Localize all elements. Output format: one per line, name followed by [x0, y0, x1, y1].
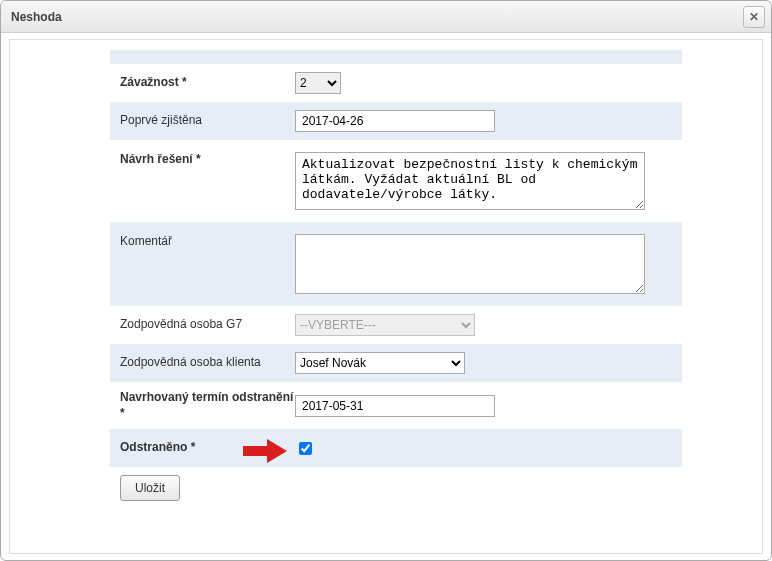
svg-marker-0	[243, 439, 287, 463]
cutoff-row-strip	[110, 50, 682, 64]
row-comment: Komentář	[110, 222, 682, 306]
form: Závažnost * 2 Poprvé zjištěna	[10, 40, 762, 529]
row-due-date: Navrhovaný termín odstranění *	[110, 382, 682, 429]
row-proposal: Návrh řešení *	[110, 140, 682, 222]
close-icon: ✕	[749, 10, 759, 24]
comment-textarea[interactable]	[295, 234, 645, 294]
label-proposal: Návrh řešení *	[120, 152, 295, 168]
resp-g7-select: --VYBERTE---	[295, 314, 475, 336]
label-resp-g7: Zodpovědná osoba G7	[120, 317, 295, 333]
row-severity: Závažnost * 2	[110, 64, 682, 102]
row-resp-client: Zodpovědná osoba klienta Josef Novák	[110, 344, 682, 382]
dialog-body: Závažnost * 2 Poprvé zjištěna	[1, 33, 771, 560]
label-due-date: Navrhovaný termín odstranění *	[120, 390, 295, 421]
proposal-textarea[interactable]	[295, 152, 645, 210]
removed-checkbox[interactable]	[299, 442, 312, 455]
row-removed: Odstraněno *	[110, 429, 682, 467]
due-date-input[interactable]	[295, 395, 495, 417]
label-resp-client: Zodpovědná osoba klienta	[120, 355, 295, 371]
severity-select[interactable]: 2	[295, 72, 341, 94]
dialog-header: Neshoda ✕	[1, 1, 771, 33]
resp-client-select[interactable]: Josef Novák	[295, 352, 465, 374]
label-first-found: Poprvé zjištěna	[120, 113, 295, 129]
row-resp-g7: Zodpovědná osoba G7 --VYBERTE---	[110, 306, 682, 344]
label-comment: Komentář	[120, 234, 295, 250]
first-found-input[interactable]	[295, 110, 495, 132]
close-button[interactable]: ✕	[743, 6, 765, 28]
row-first-found: Poprvé zjištěna	[110, 102, 682, 140]
save-button[interactable]: Uložit	[120, 475, 180, 501]
dialog-window: Neshoda ✕ Závažnost * 2	[0, 0, 772, 561]
arrow-right-icon	[243, 439, 287, 466]
scroll-area[interactable]: Závažnost * 2 Poprvé zjištěna	[9, 39, 763, 554]
label-severity: Závažnost *	[120, 75, 295, 91]
row-submit: Uložit	[110, 467, 682, 509]
dialog-title: Neshoda	[11, 10, 62, 24]
